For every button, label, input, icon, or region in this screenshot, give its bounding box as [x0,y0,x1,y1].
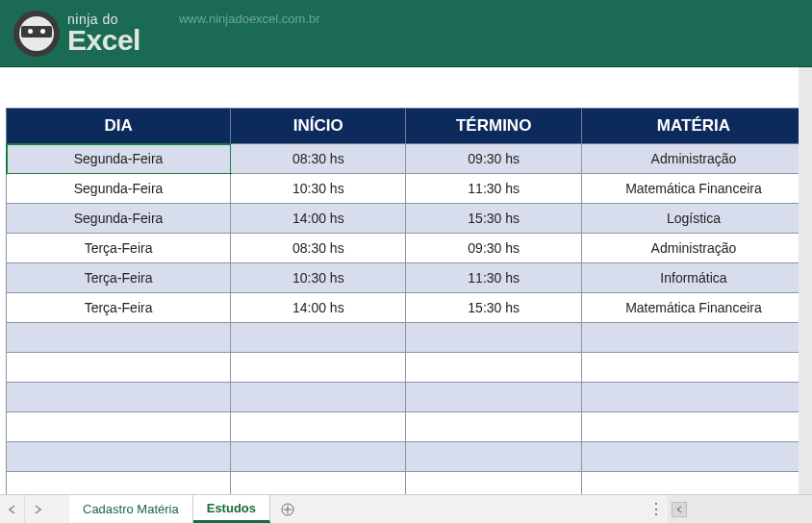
cell-termino[interactable]: 09:30 hs [406,144,581,174]
cell-termino[interactable]: 15:30 hs [406,293,581,323]
horizontal-scrollbar[interactable] [668,495,812,523]
tab-menu-dots[interactable]: ⋮ [645,495,668,523]
table-row-empty [7,353,806,383]
sheet-tab-estudos[interactable]: Estudos [193,495,270,523]
empty-cell[interactable] [406,323,581,353]
empty-cell[interactable] [231,353,406,383]
spreadsheet-content: DIA INÍCIO TÉRMINO MATÉRIA Segunda-Feira… [0,67,812,502]
empty-cell[interactable] [7,383,231,412]
cell-dia[interactable]: Segunda-Feira [7,204,231,234]
header-materia[interactable]: MATÉRIA [581,109,805,144]
cell-materia[interactable]: Administração [581,234,805,263]
header-dia[interactable]: DIA [7,109,231,144]
header-band: ninja do Excel www.ninjadoexcel.com.br [0,0,812,67]
table-row: Terça-Feira14:00 hs15:30 hsMatemática Fi… [7,293,806,323]
empty-cell[interactable] [231,412,406,442]
table-row-empty [7,323,806,353]
empty-cell[interactable] [581,442,805,472]
cell-termino[interactable]: 09:30 hs [406,234,581,263]
table-row: Terça-Feira08:30 hs09:30 hsAdministração [7,234,806,263]
empty-cell[interactable] [7,442,231,472]
cell-termino[interactable]: 15:30 hs [406,204,581,234]
ninja-logo-icon [13,11,60,57]
sheet-tab-cadastro[interactable]: Cadastro Matéria [69,495,193,523]
cell-dia[interactable]: Segunda-Feira [7,174,231,204]
empty-cell[interactable] [231,383,406,412]
h-scroll-left-button[interactable] [672,502,687,517]
table-header-row: DIA INÍCIO TÉRMINO MATÉRIA [7,109,806,144]
empty-cell[interactable] [406,412,581,442]
cell-materia[interactable]: Administração [581,144,805,174]
empty-cell[interactable] [581,323,805,353]
table-row-empty [7,412,806,442]
table-row: Segunda-Feira08:30 hs09:30 hsAdministraç… [7,144,806,174]
cell-dia[interactable]: Terça-Feira [7,263,231,293]
logo-text: ninja do Excel [67,12,140,55]
empty-cell[interactable] [231,323,406,353]
cell-materia[interactable]: Matemática Financeira [581,174,805,204]
empty-cell[interactable] [406,383,581,412]
cell-inicio[interactable]: 08:30 hs [231,234,406,263]
table-row: Terça-Feira10:30 hs11:30 hsInformática [7,263,806,293]
empty-cell[interactable] [7,412,231,442]
sheet-tab-bar: Cadastro Matéria Estudos ⋮ [0,494,812,523]
table-row-empty [7,383,806,412]
cell-termino[interactable]: 11:30 hs [406,263,581,293]
cell-dia[interactable]: Terça-Feira [7,234,231,263]
add-sheet-button[interactable] [270,495,305,523]
cell-inicio[interactable]: 10:30 hs [231,263,406,293]
empty-cell[interactable] [581,383,805,412]
cell-inicio[interactable]: 14:00 hs [231,293,406,323]
cell-dia[interactable]: Segunda-Feira [7,144,231,174]
tab-nav-next[interactable] [25,495,50,523]
empty-cell[interactable] [406,442,581,472]
cell-inicio[interactable]: 08:30 hs [231,144,406,174]
empty-cell[interactable] [581,412,805,442]
header-inicio[interactable]: INÍCIO [231,109,406,144]
cell-termino[interactable]: 11:30 hs [406,174,581,204]
empty-cell[interactable] [7,323,231,353]
table-row-empty [7,442,806,472]
header-termino[interactable]: TÉRMINO [406,109,581,144]
schedule-table[interactable]: DIA INÍCIO TÉRMINO MATÉRIA Segunda-Feira… [6,108,806,502]
table-row: Segunda-Feira14:00 hs15:30 hsLogística [7,204,806,234]
table-row: Segunda-Feira10:30 hs11:30 hsMatemática … [7,174,806,204]
empty-cell[interactable] [581,353,805,383]
cell-inicio[interactable]: 10:30 hs [231,174,406,204]
empty-cell[interactable] [231,442,406,472]
empty-cell[interactable] [406,353,581,383]
cell-materia[interactable]: Matemática Financeira [581,293,805,323]
cell-inicio[interactable]: 14:00 hs [231,204,406,234]
logo-bottom-line: Excel [67,26,140,55]
header-url: www.ninjadoexcel.com.br [179,12,320,26]
vertical-scrollbar[interactable] [799,67,812,494]
cell-dia[interactable]: Terça-Feira [7,293,231,323]
tab-nav-prev[interactable] [0,495,25,523]
cell-materia[interactable]: Informática [581,263,805,293]
empty-cell[interactable] [7,353,231,383]
cell-materia[interactable]: Logística [581,204,805,234]
